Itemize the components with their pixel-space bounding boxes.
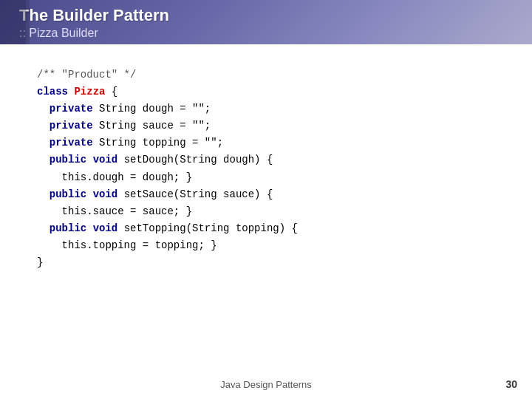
code-line-close: } [37, 254, 495, 271]
page-number: 30 [505, 378, 517, 390]
code-line-settopping: public void setTopping(String topping) { [37, 220, 495, 237]
header-subtitle: :: Pizza Builder [19, 27, 520, 40]
code-line-dough: private String dough = ""; [37, 100, 495, 117]
code-line-thistopping: this.topping = topping; } [37, 237, 495, 254]
code-line-setdough: public void setDough(String dough) { [37, 151, 495, 168]
header-title: The Builder Pattern [19, 6, 520, 25]
slide-footer: Java Design Patterns [0, 379, 532, 390]
corner-decoration [0, 0, 26, 44]
code-line-topping: private String topping = ""; [37, 134, 495, 151]
code-line-comment: /** "Product" */ [37, 66, 495, 83]
footer-text: Java Design Patterns [220, 379, 312, 390]
code-line-setsauce: public void setSauce(String sauce) { [37, 186, 495, 203]
code-line-thisdough: this.dough = dough; } [37, 169, 495, 186]
code-block: /** "Product" */ class Pizza { private S… [37, 66, 495, 271]
code-line-class: class Pizza { [37, 83, 495, 100]
slide-header: The Builder Pattern :: Pizza Builder [0, 0, 532, 44]
slide-content: /** "Product" */ class Pizza { private S… [0, 44, 532, 286]
code-line-thissauce: this.sauce = sauce; } [37, 203, 495, 220]
code-line-sauce: private String sauce = ""; [37, 117, 495, 134]
